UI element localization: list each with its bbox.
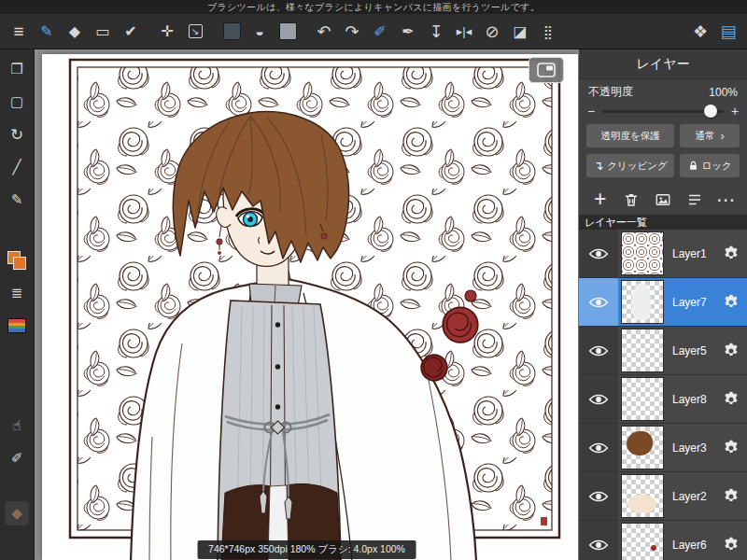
opacity-slider-row: − + [579, 100, 747, 124]
select-area-icon[interactable]: ▢ [5, 90, 29, 114]
layer-visibility-toggle[interactable] [579, 327, 618, 374]
layer-row[interactable]: Layer1 [579, 230, 747, 278]
canvas-area[interactable]: 746*746px 350dpi 180% ブラシ: 4.0px 100% [35, 49, 579, 560]
layer-row[interactable]: Layer3 [579, 424, 747, 472]
rotate-view-icon[interactable]: ↻ [5, 122, 29, 147]
eye-icon [588, 489, 609, 504]
brush-preview-icon[interactable]: ◆ [5, 501, 29, 525]
ruler-icon[interactable]: ╱ [5, 155, 29, 179]
polyline-tool-icon[interactable]: ✔ [117, 19, 145, 45]
layer-thumbnail [621, 377, 664, 421]
opacity-slider[interactable] [602, 110, 724, 113]
menu-icon[interactable]: ≡ [5, 19, 33, 45]
flip-horizontal-icon[interactable]: ▸|◂ [450, 19, 478, 45]
chevron-right-icon: › [720, 129, 724, 143]
opacity-row: 不透明度 100% [579, 79, 747, 100]
layer-list-icon[interactable]: ≣ [5, 281, 29, 305]
layer-settings-gear[interactable] [722, 487, 740, 506]
layer-visibility-toggle[interactable] [579, 375, 618, 423]
export-download-icon[interactable]: ↧ [422, 19, 450, 45]
layer-thumbnail [621, 474, 664, 518]
redo-icon[interactable]: ↷ [338, 19, 366, 45]
layer-row[interactable]: Layer5 [579, 327, 747, 375]
clipping-button[interactable]: ↴ クリッピング [586, 154, 674, 177]
layer-thumbnail [621, 280, 664, 324]
lock-icon [688, 160, 698, 172]
tooltip-bar: ブラシツールは、様々なブラシによりキャンバスに描画を行うツールです。 [0, 0, 747, 14]
layer-settings-gear[interactable] [722, 293, 740, 312]
layer-visibility-toggle[interactable] [579, 278, 618, 326]
layer-visibility-toggle[interactable] [579, 424, 618, 471]
eye-icon [588, 441, 609, 455]
bucket-tool-icon[interactable]: ◒ [246, 19, 274, 45]
layer-settings-gear[interactable] [722, 439, 740, 457]
rotate-reset-icon[interactable]: ⊘ [478, 19, 506, 45]
opacity-minus-button[interactable]: − [586, 104, 596, 119]
layer-name: Layer8 [672, 393, 707, 406]
canvas-preview-button[interactable] [529, 57, 564, 83]
status-text: 746*746px 350dpi 180% ブラシ: 4.0px 100% [208, 543, 405, 554]
opacity-value: 100% [709, 86, 738, 99]
layer-visibility-toggle[interactable] [579, 521, 618, 560]
blend-mode-button[interactable]: 通常 › [680, 124, 740, 147]
opacity-plus-button[interactable]: + [730, 104, 740, 119]
layer-image-button[interactable] [651, 191, 675, 208]
layer-settings-gear[interactable] [722, 245, 740, 263]
stylus-tool-icon[interactable]: ✐ [5, 446, 29, 470]
more-options-button[interactable]: ⋯ [713, 189, 738, 211]
marker-pen-icon[interactable]: ✎ [5, 188, 29, 212]
pen-icon[interactable]: ✒ [394, 19, 422, 45]
correction-pen-icon[interactable]: ✐ [366, 19, 394, 45]
gear-icon [722, 487, 740, 506]
eye-icon [588, 538, 609, 553]
secondary-color-swatch[interactable] [274, 19, 302, 45]
layer-name: Layer1 [672, 247, 707, 260]
trash-icon [623, 191, 640, 208]
gear-icon [722, 536, 740, 554]
layer-row[interactable]: Layer7 [579, 278, 747, 327]
layer-list-menu-button[interactable] [683, 191, 707, 208]
add-layer-button[interactable]: + [588, 187, 613, 212]
gear-icon [722, 245, 740, 263]
tooltip-text: ブラシツールは、様々なブラシによりキャンバスに描画を行うツールです。 [207, 1, 540, 14]
delete-layer-button[interactable] [619, 191, 643, 208]
opacity-slider-knob[interactable] [704, 105, 717, 118]
lock-button[interactable]: ロック [680, 154, 740, 177]
hand-tool-icon[interactable]: ☝ [5, 413, 29, 438]
layer-row[interactable]: Layer8 [579, 375, 747, 424]
layer-list-header: レイヤー一覧 [579, 215, 747, 230]
tool-sidebar: ❐ ▢ ↻ ╱ ✎ ≣ ☝ ✐ ◆ [0, 49, 35, 560]
primary-color-swatch[interactable] [218, 19, 246, 45]
eye-icon [588, 295, 609, 310]
move-tool-icon[interactable]: ✛ [153, 19, 181, 45]
protect-alpha-button[interactable]: 透明度を保護 [586, 124, 674, 147]
status-bar: 746*746px 350dpi 180% ブラシ: 4.0px 100% [197, 540, 416, 559]
material-cubes-icon[interactable]: ❖ [686, 19, 714, 45]
grid-dots-icon[interactable]: ⣿ [534, 19, 562, 45]
eye-icon [588, 392, 609, 407]
layer-list: Layer1 Layer7 [579, 230, 747, 560]
layer-settings-gear[interactable] [722, 536, 740, 554]
canvas-artwork[interactable] [42, 54, 578, 560]
gear-icon [722, 439, 740, 457]
layers-panel-icon[interactable]: ▤ [714, 19, 742, 45]
color-palette-icon[interactable] [5, 314, 29, 338]
material-icon[interactable]: ◪ [506, 19, 534, 45]
eye-icon [588, 343, 609, 358]
eraser-tool-icon[interactable]: ◆ [61, 19, 89, 45]
shape-select-tool-icon[interactable]: ▭ [89, 19, 117, 45]
layer-row[interactable]: Layer2 [579, 472, 747, 521]
gear-icon [722, 342, 740, 360]
layer-name: Layer6 [672, 539, 707, 552]
layer-settings-gear[interactable] [722, 342, 740, 360]
gear-icon [722, 390, 740, 409]
color-swatches-icon[interactable] [5, 248, 29, 273]
layer-visibility-toggle[interactable] [579, 472, 618, 520]
transform-tool-icon[interactable]: ↘ [181, 19, 209, 45]
undo-icon[interactable]: ↶ [310, 19, 338, 45]
layer-settings-gear[interactable] [722, 390, 740, 409]
layer-row[interactable]: Layer6 [579, 521, 747, 560]
layer-visibility-toggle[interactable] [579, 230, 618, 277]
pages-icon[interactable]: ❐ [5, 57, 29, 81]
brush-tool-icon[interactable]: ✎ [33, 19, 61, 45]
